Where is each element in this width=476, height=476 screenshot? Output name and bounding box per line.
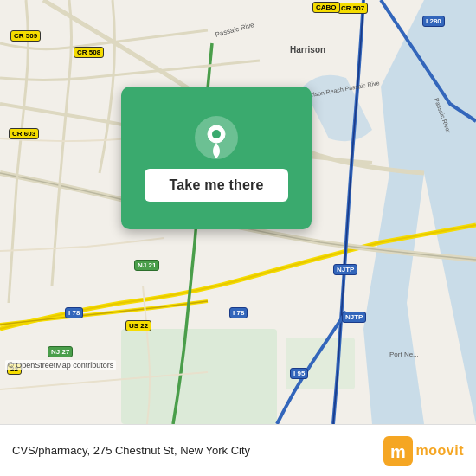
- shield-nj21: NJ 21: [134, 260, 159, 271]
- shield-cr509: CR 509: [10, 30, 41, 42]
- shield-nj27: NJ 27: [48, 346, 73, 357]
- harrison-label: Harrison: [290, 45, 325, 55]
- location-card: Take me there: [121, 87, 312, 229]
- address-text: CVS/pharmacy, 275 Chestnut St, New York …: [12, 444, 383, 457]
- svg-rect-2: [286, 338, 355, 389]
- svg-text:m: m: [390, 442, 406, 461]
- shield-cabo: CABO: [312, 2, 340, 13]
- shield-i78-left: I 78: [65, 307, 83, 318]
- shield-us22: US 22: [125, 320, 151, 331]
- shield-i280: I 280: [422, 16, 445, 27]
- svg-rect-1: [121, 329, 277, 424]
- bottom-bar: CVS/pharmacy, 275 Chestnut St, New York …: [0, 424, 476, 476]
- port-label: Port Ne...: [389, 351, 419, 358]
- shield-i95: I 95: [290, 368, 308, 379]
- take-me-there-button[interactable]: Take me there: [145, 169, 287, 202]
- shield-njtp-2: NJTP: [342, 312, 366, 323]
- location-pin-icon: [194, 115, 239, 160]
- app-container: CR 507 I 280 CR 509 CR 508 CR 603 NJ 21 …: [0, 0, 476, 476]
- moovit-logo: m moovit: [383, 436, 464, 466]
- map-area: CR 507 I 280 CR 509 CR 508 CR 603 NJ 21 …: [0, 0, 476, 424]
- shield-cr508: CR 508: [74, 47, 104, 58]
- svg-point-5: [212, 130, 221, 138]
- moovit-text: moovit: [416, 443, 464, 459]
- shield-cr603: CR 603: [9, 128, 39, 139]
- moovit-m-icon: m: [383, 436, 413, 466]
- shield-cr507: CR 507: [338, 3, 368, 14]
- shield-njtp-1: NJTP: [333, 264, 357, 275]
- shield-i78-right: I 78: [229, 307, 248, 318]
- osm-credit: © OpenStreetMap contributors: [5, 360, 116, 370]
